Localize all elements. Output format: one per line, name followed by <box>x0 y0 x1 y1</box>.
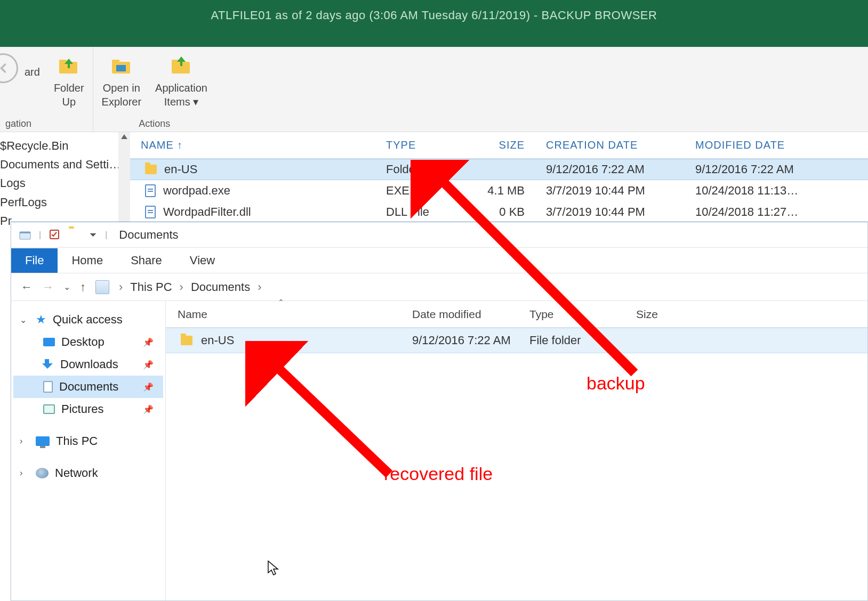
pin-icon: 📌 <box>143 404 154 415</box>
svg-rect-4 <box>116 65 126 71</box>
file-icon <box>145 184 156 197</box>
ribbon-group-navigation: gation <box>5 116 31 129</box>
sort-indicator-icon: ⌃ <box>278 298 284 306</box>
explorer-title: Documents <box>119 228 178 242</box>
folder-tree[interactable]: $Recycle.Bin Documents and Settings Logs… <box>0 132 130 222</box>
tree-item[interactable]: PerfLogs <box>0 193 127 212</box>
address-location-icon <box>95 280 109 294</box>
tree-item[interactable]: Logs <box>0 174 127 192</box>
folder-icon <box>181 336 192 345</box>
pin-icon: 📌 <box>143 360 154 370</box>
documents-icon <box>43 381 53 393</box>
breadcrumb-thispc[interactable]: This PC <box>130 280 172 294</box>
svg-rect-8 <box>20 232 30 233</box>
tree-item[interactable]: $Recycle.Bin <box>0 136 127 155</box>
star-icon: ★ <box>36 313 46 327</box>
pictures-icon <box>43 404 55 414</box>
svg-rect-3 <box>112 60 119 63</box>
nav-partial-button[interactable]: ard <box>21 63 43 116</box>
tree-item[interactable]: Documents and Settings <box>0 155 127 174</box>
explorer-nav-pane: ⌄★Quick access Desktop📌 Downloads📌 Docum… <box>11 301 166 600</box>
nav-documents[interactable]: Documents📌 <box>13 376 163 398</box>
svg-rect-1 <box>59 60 67 63</box>
chevron-right-icon: › <box>20 436 29 446</box>
app-items-icon <box>168 53 194 79</box>
annotation-recovered-label: recovered file <box>384 464 493 484</box>
col-type[interactable]: TYPE <box>375 139 471 151</box>
pc-icon <box>36 436 50 446</box>
desktop-icon <box>43 338 55 346</box>
sort-asc-icon: ↑ <box>177 139 183 151</box>
file-explorer-window: | ⏷ | Documents File Home Share View ← →… <box>11 222 868 601</box>
nav-back-button[interactable]: ← <box>21 280 33 294</box>
chevron-down-icon: ⌄ <box>20 315 29 325</box>
file-icon <box>145 206 156 218</box>
explorer-file-list: ⌃ Name Date modified Type Size en-US 9/1… <box>166 301 867 600</box>
nav-network[interactable]: ›Network <box>13 462 163 484</box>
application-items-button[interactable]: Application Items ▾ <box>152 51 211 116</box>
col-name[interactable]: NAME↑ <box>130 139 375 151</box>
nav-this-pc[interactable]: ›This PC <box>13 430 163 452</box>
qat-divider: | <box>39 230 41 240</box>
folder-up-icon <box>56 53 82 79</box>
col-type[interactable]: Type <box>518 308 624 321</box>
explorer-titlebar[interactable]: | ⏷ | Documents <box>11 222 867 248</box>
grid-header-row: NAME↑ TYPE SIZE CREATION DATE MODIFIED D… <box>130 132 868 159</box>
nav-desktop[interactable]: Desktop📌 <box>13 331 163 353</box>
pin-icon: 📌 <box>143 382 154 392</box>
grid-row[interactable]: wordpad.exe EXE File 4.1 MB 3/7/2019 10:… <box>130 180 868 201</box>
explorer-app-icon <box>19 229 31 241</box>
qat-properties-icon[interactable] <box>49 229 61 241</box>
tab-file[interactable]: File <box>11 248 58 273</box>
file-grid: NAME↑ TYPE SIZE CREATION DATE MODIFIED D… <box>130 132 868 222</box>
ribbon-group-actions: Actions <box>139 116 170 129</box>
nav-recent-dropdown[interactable]: ⌄ <box>63 282 70 292</box>
col-name[interactable]: Name <box>166 308 400 321</box>
col-size[interactable]: SIZE <box>471 139 535 151</box>
qat-divider: | <box>105 230 107 240</box>
breadcrumb-documents[interactable]: Documents <box>191 280 250 294</box>
folder-up-button[interactable]: Folder Up <box>51 51 87 116</box>
chevron-right-icon: › <box>20 468 29 478</box>
grid-row[interactable]: en-US Folder 9/12/2016 7:22 AM 9/12/2016… <box>130 159 868 180</box>
nav-forward-button[interactable]: → <box>42 280 54 294</box>
pin-icon: 📌 <box>143 337 154 347</box>
col-size[interactable]: Size <box>624 308 710 321</box>
nav-pictures[interactable]: Pictures📌 <box>13 398 163 420</box>
open-explorer-icon <box>109 53 134 79</box>
col-modified[interactable]: MODIFIED DATE <box>685 139 834 151</box>
explorer-tabs: File Home Share View <box>11 248 867 273</box>
nav-downloads[interactable]: Downloads📌 <box>13 353 163 376</box>
breadcrumb[interactable]: › This PC › Documents › <box>119 280 262 294</box>
qat-dropdown-icon[interactable]: ⏷ <box>89 230 98 240</box>
grid-row[interactable]: WordpadFilter.dll DLL File 0 KB 3/7/2019… <box>130 201 868 223</box>
backup-browser-titlebar: ATLFILE01 as of 2 days ago (3:06 AM Tues… <box>0 0 868 47</box>
col-creation[interactable]: CREATION DATE <box>535 139 685 151</box>
explorer-list-header: Name Date modified Type Size <box>166 301 867 328</box>
network-icon <box>36 468 49 478</box>
ribbon: ard Folder Up gation Open in Explorer <box>0 47 868 132</box>
annotation-backup-label: backup <box>586 373 645 394</box>
downloads-icon <box>43 359 54 370</box>
chevron-right-icon: › <box>180 280 183 294</box>
folder-icon <box>145 165 157 174</box>
window-title: ATLFILE01 as of 2 days ago (3:06 AM Tues… <box>211 9 657 22</box>
tab-home[interactable]: Home <box>58 248 117 273</box>
nav-quick-access[interactable]: ⌄★Quick access <box>13 308 163 331</box>
nav-up-button[interactable]: ↑ <box>80 280 86 294</box>
explorer-list-row[interactable]: en-US 9/12/2016 7:22 AM File folder <box>166 328 867 353</box>
chevron-right-icon: › <box>258 280 261 294</box>
tab-view[interactable]: View <box>176 248 229 273</box>
qat-folder-icon[interactable] <box>69 229 82 241</box>
explorer-address-bar: ← → ⌄ ↑ › This PC › Documents › <box>11 273 867 301</box>
chevron-right-icon: › <box>119 280 123 294</box>
tree-scrollbar[interactable] <box>118 132 130 222</box>
tab-share[interactable]: Share <box>117 248 176 273</box>
open-in-explorer-button[interactable]: Open in Explorer <box>99 51 144 116</box>
col-date-modified[interactable]: Date modified <box>400 308 518 321</box>
